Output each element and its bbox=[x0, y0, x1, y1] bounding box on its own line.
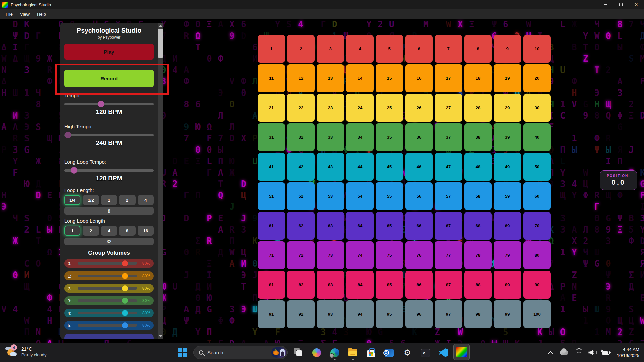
pad-47[interactable]: 47 bbox=[435, 153, 462, 181]
pad-72[interactable]: 72 bbox=[287, 241, 315, 269]
loop-length-option-8[interactable]: 8 bbox=[64, 207, 154, 215]
pad-30[interactable]: 30 bbox=[523, 94, 551, 122]
pad-64[interactable]: 64 bbox=[346, 212, 374, 240]
pad-76[interactable]: 76 bbox=[405, 241, 433, 269]
volume-slider[interactable] bbox=[78, 312, 137, 314]
pad-69[interactable]: 69 bbox=[494, 212, 521, 240]
pad-36[interactable]: 36 bbox=[405, 123, 433, 151]
pad-26[interactable]: 26 bbox=[405, 94, 433, 122]
pad-1[interactable]: 1 bbox=[258, 35, 285, 63]
volume-slider-thumb[interactable] bbox=[122, 298, 128, 304]
volume-slider[interactable] bbox=[78, 275, 137, 277]
long-loop-length-option-8[interactable]: 8 bbox=[119, 226, 135, 236]
pad-48[interactable]: 48 bbox=[464, 153, 492, 181]
volume-slider-thumb[interactable] bbox=[122, 260, 128, 266]
pad-57[interactable]: 57 bbox=[435, 182, 462, 210]
menu-file[interactable]: File bbox=[2, 10, 16, 18]
pad-21[interactable]: 21 bbox=[258, 94, 285, 122]
clock[interactable]: 4:44 AM 10/19/2025 bbox=[616, 347, 639, 359]
pad-12[interactable]: 12 bbox=[287, 64, 315, 92]
pad-63[interactable]: 63 bbox=[317, 212, 344, 240]
file-explorer-button[interactable] bbox=[347, 347, 358, 358]
pad-20[interactable]: 20 bbox=[523, 64, 551, 92]
pad-80[interactable]: 80 bbox=[523, 241, 551, 269]
pad-9[interactable]: 9 bbox=[494, 35, 521, 63]
pad-19[interactable]: 19 bbox=[494, 64, 521, 92]
pad-79[interactable]: 79 bbox=[494, 241, 521, 269]
long-loop-length-option-1[interactable]: 1 bbox=[64, 226, 80, 236]
pad-93[interactable]: 93 bbox=[317, 300, 344, 328]
long-loop-tempo-slider[interactable] bbox=[64, 169, 154, 172]
pad-37[interactable]: 37 bbox=[435, 123, 462, 151]
pad-96[interactable]: 96 bbox=[405, 300, 433, 328]
pad-3[interactable]: 3 bbox=[317, 35, 344, 63]
pad-33[interactable]: 33 bbox=[317, 123, 344, 151]
pad-83[interactable]: 83 bbox=[317, 271, 344, 299]
long-loop-tempo-slider-thumb[interactable] bbox=[71, 167, 77, 174]
pad-14[interactable]: 14 bbox=[346, 64, 374, 92]
pad-51[interactable]: 51 bbox=[258, 182, 285, 210]
onedrive-cloud-icon[interactable] bbox=[560, 350, 568, 355]
pad-27[interactable]: 27 bbox=[435, 94, 462, 122]
volume-slider-thumb[interactable] bbox=[122, 285, 128, 291]
long-loop-length-option-2[interactable]: 2 bbox=[83, 226, 99, 236]
pad-73[interactable]: 73 bbox=[317, 241, 344, 269]
pad-77[interactable]: 77 bbox=[435, 241, 462, 269]
pad-88[interactable]: 88 bbox=[464, 271, 492, 299]
speaker-icon[interactable] bbox=[588, 350, 596, 356]
pad-15[interactable]: 15 bbox=[376, 64, 403, 92]
store-button[interactable] bbox=[366, 347, 376, 358]
battery-icon[interactable] bbox=[602, 351, 610, 355]
pad-42[interactable]: 42 bbox=[287, 153, 315, 181]
pad-55[interactable]: 55 bbox=[376, 182, 403, 210]
close-button[interactable]: × bbox=[629, 0, 644, 9]
pad-7[interactable]: 7 bbox=[435, 35, 462, 63]
tray-chevron-up-icon[interactable] bbox=[549, 351, 553, 355]
pad-89[interactable]: 89 bbox=[494, 271, 521, 299]
pad-38[interactable]: 38 bbox=[464, 123, 492, 151]
volume-slider[interactable] bbox=[78, 262, 137, 265]
terminal-button[interactable]: >_ bbox=[420, 347, 431, 358]
pad-23[interactable]: 23 bbox=[317, 94, 344, 122]
pad-92[interactable]: 92 bbox=[287, 300, 315, 328]
pad-70[interactable]: 70 bbox=[523, 212, 551, 240]
pad-68[interactable]: 68 bbox=[464, 212, 492, 240]
long-loop-length-option-4[interactable]: 4 bbox=[101, 226, 117, 236]
volume-slider[interactable] bbox=[78, 287, 137, 290]
pad-82[interactable]: 82 bbox=[287, 271, 315, 299]
pad-74[interactable]: 74 bbox=[346, 241, 374, 269]
pad-71[interactable]: 71 bbox=[258, 241, 285, 269]
pad-91[interactable]: 91 bbox=[258, 300, 285, 328]
pad-18[interactable]: 18 bbox=[464, 64, 492, 92]
pad-6[interactable]: 6 bbox=[405, 35, 433, 63]
psychological-studio-taskbar-button[interactable] bbox=[453, 344, 470, 360]
pad-40[interactable]: 40 bbox=[523, 123, 551, 151]
settings-button[interactable]: ⚙ bbox=[402, 347, 413, 358]
pad-62[interactable]: 62 bbox=[287, 212, 315, 240]
pad-31[interactable]: 31 bbox=[258, 123, 285, 151]
pad-11[interactable]: 11 bbox=[258, 64, 285, 92]
menu-view[interactable]: View bbox=[16, 10, 33, 18]
pad-35[interactable]: 35 bbox=[376, 123, 403, 151]
high-tempo-slider[interactable] bbox=[64, 134, 154, 136]
pad-8[interactable]: 8 bbox=[464, 35, 492, 63]
pad-45[interactable]: 45 bbox=[376, 153, 403, 181]
pad-46[interactable]: 46 bbox=[405, 153, 433, 181]
volume-slider-thumb[interactable] bbox=[122, 273, 128, 279]
minimize-button[interactable] bbox=[598, 0, 613, 9]
pad-22[interactable]: 22 bbox=[287, 94, 315, 122]
pad-16[interactable]: 16 bbox=[405, 64, 433, 92]
maximize-button[interactable] bbox=[613, 0, 629, 9]
pad-54[interactable]: 54 bbox=[346, 182, 374, 210]
pad-25[interactable]: 25 bbox=[376, 94, 403, 122]
high-tempo-slider-thumb[interactable] bbox=[65, 132, 71, 138]
pad-2[interactable]: 2 bbox=[287, 35, 315, 63]
tempo-slider-thumb[interactable] bbox=[98, 101, 104, 107]
pad-53[interactable]: 53 bbox=[317, 182, 344, 210]
pad-56[interactable]: 56 bbox=[405, 182, 433, 210]
pad-60[interactable]: 60 bbox=[523, 182, 551, 210]
weather-widget[interactable]: 4 21°C Partly cloudy bbox=[5, 345, 46, 358]
scroll-up-button[interactable] bbox=[158, 23, 163, 28]
pad-34[interactable]: 34 bbox=[346, 123, 374, 151]
pad-94[interactable]: 94 bbox=[346, 300, 374, 328]
